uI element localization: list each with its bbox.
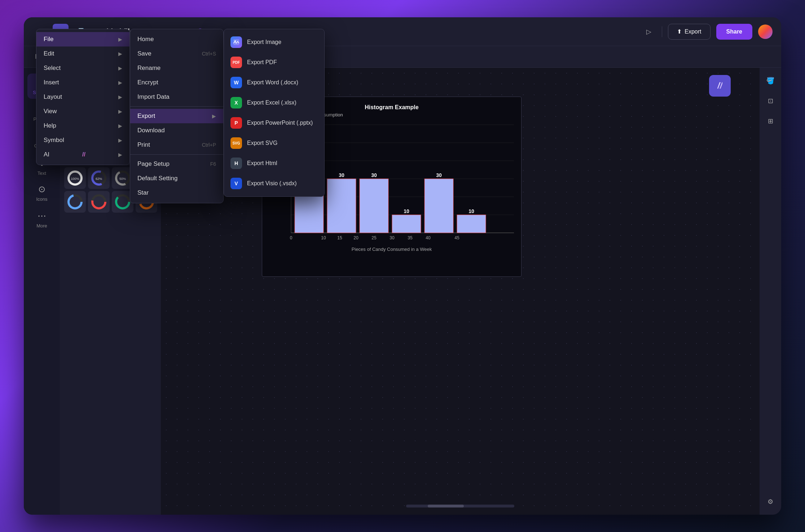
export-pdf-label: Export PDF (247, 59, 277, 66)
export-image-submenu[interactable]: Export Image PDF Export PDF W Export Wor… (224, 29, 325, 197)
user-avatar[interactable] (758, 25, 773, 39)
file-menu[interactable]: File ▶ Edit ▶ Select ▶ Insert ▶ Layout ▶… (36, 29, 130, 165)
scrollbar[interactable] (406, 505, 514, 507)
export-svg-label: Export SVG (247, 140, 277, 146)
logo-badge: // (709, 75, 731, 97)
export-item-svg[interactable]: SVG Export SVG (224, 133, 324, 153)
export-item-image[interactable]: Export Image (224, 32, 324, 52)
menu-item-help[interactable]: Help ▶ (36, 119, 129, 133)
export-image-icon (230, 36, 242, 48)
toolbar-divider (662, 26, 662, 37)
menu-item-star[interactable]: Star (130, 186, 223, 200)
export-ppt-icon: P (230, 117, 242, 129)
menu-item-rename[interactable]: Rename (130, 61, 223, 75)
svg-text:30: 30 (390, 235, 395, 240)
sidebar-item-icons[interactable]: ⊙ Icons (27, 180, 56, 205)
menu-item-encrypt[interactable]: Encrypt (130, 75, 223, 90)
menu-item-save[interactable]: Save Ctrl+S (130, 46, 223, 61)
x-axis-label: Pieces of Candy Consumed in a Week (269, 247, 514, 252)
svg-text:30: 30 (371, 172, 377, 178)
sidebar-item-more[interactable]: ⋯ More (27, 207, 56, 232)
menu-item-view[interactable]: View ▶ (36, 104, 129, 119)
arrow-icon: ▶ (118, 65, 122, 71)
menu-item-layout[interactable]: Layout ▶ (36, 90, 129, 104)
export-item-word[interactable]: W Export Word (.docx) (224, 72, 324, 93)
export-excel-icon: X (230, 97, 242, 108)
arrow-icon: ▶ (118, 123, 122, 129)
arrow-icon: ▶ (118, 94, 122, 100)
share-button[interactable]: Share (716, 24, 752, 40)
arrow-icon: ▶ (118, 108, 122, 114)
symbol-thumb-21[interactable] (64, 191, 86, 213)
export-visio-label: Export Visio (.vsdx) (247, 180, 297, 187)
svg-text:30: 30 (436, 172, 442, 178)
export-visio-icon: V (230, 178, 242, 189)
menu-item-select[interactable]: Select ▶ (36, 61, 129, 75)
menu-item-ai[interactable]: AI // ▶ (36, 147, 129, 162)
export-item-excel[interactable]: X Export Excel (.xlsx) (224, 93, 324, 113)
svg-text:15: 15 (337, 235, 342, 240)
menu-item-page-setup[interactable]: Page Setup F6 (130, 157, 223, 171)
menu-item-default-setting[interactable]: Default Setting (130, 171, 223, 186)
menu-item-file[interactable]: File ▶ (36, 32, 129, 46)
svg-text:30: 30 (339, 172, 344, 178)
export-excel-label: Export Excel (.xlsx) (247, 99, 296, 106)
export-svg-icon: SVG (230, 137, 242, 149)
symbol-thumb-17[interactable]: 100% (64, 167, 86, 189)
settings-button[interactable]: ⚙ (763, 495, 778, 509)
menu-item-edit[interactable]: Edit ▶ (36, 46, 129, 61)
export-image-label: Export Image (247, 39, 281, 45)
export-pdf-icon: PDF (230, 57, 242, 68)
play-button[interactable]: ▷ (642, 25, 656, 39)
export-word-icon: W (230, 77, 242, 88)
arrow-icon: ▶ (118, 80, 122, 85)
export-item-ppt[interactable]: P Export PowerPoint (.pptx) (224, 113, 324, 133)
arrow-icon: ▶ (212, 113, 216, 119)
menu-item-print[interactable]: Print Ctrl+P (130, 138, 223, 152)
menu-item-symbol[interactable]: Symbol ▶ (36, 133, 129, 147)
export-item-pdf[interactable]: PDF Export PDF (224, 52, 324, 72)
svg-text:0: 0 (290, 235, 292, 240)
export-item-visio[interactable]: V Export Visio (.vsdx) (224, 173, 324, 194)
crop-button[interactable]: ⊡ (763, 94, 778, 108)
svg-text:62%: 62% (96, 177, 102, 181)
menu-separator-1 (130, 106, 223, 107)
svg-text:25: 25 (371, 235, 377, 240)
menu-item-home[interactable]: Home (130, 32, 223, 46)
export-word-label: Export Word (.docx) (247, 79, 298, 86)
export-ppt-label: Export PowerPoint (.pptx) (247, 120, 313, 126)
symbol-thumb-22[interactable] (88, 191, 110, 213)
svg-text:10: 10 (469, 208, 474, 214)
svg-text:50%: 50% (119, 177, 126, 181)
arrow-icon: ▶ (118, 137, 122, 143)
scrollbar-thumb[interactable] (428, 505, 464, 507)
menu-item-import-data[interactable]: Import Data (130, 90, 223, 104)
arrow-icon: ▶ (118, 51, 122, 57)
export-html-label: Export Html (247, 160, 277, 167)
export-submenu[interactable]: Home Save Ctrl+S Rename Encrypt Import D… (130, 29, 224, 203)
svg-rect-81 (392, 215, 421, 233)
svg-rect-82 (425, 179, 453, 233)
menu-separator-2 (130, 154, 223, 155)
app-window: ‹ ☰ 📄 Untitled file463 ☆ Auto saving ▷ ⬆… (24, 17, 781, 515)
export-button[interactable]: ⬆ Export (668, 24, 710, 40)
more-icon: ⋯ (38, 211, 46, 221)
svg-rect-79 (327, 179, 356, 233)
svg-text:10: 10 (321, 235, 326, 240)
grid-button[interactable]: ⊞ (763, 114, 778, 128)
svg-text:45: 45 (454, 235, 459, 240)
icons-icon: ⊙ (38, 184, 45, 194)
paint-bucket-button[interactable]: 🪣 (763, 74, 778, 88)
arrow-icon: ▶ (118, 36, 122, 42)
svg-text:20: 20 (353, 235, 358, 240)
svg-rect-80 (360, 179, 388, 233)
arrow-icon: ▶ (118, 152, 122, 158)
menu-item-download[interactable]: Download (130, 123, 223, 138)
menu-item-insert[interactable]: Insert ▶ (36, 75, 129, 90)
symbol-thumb-18[interactable]: 62% (88, 167, 110, 189)
svg-rect-83 (457, 215, 486, 233)
menu-item-export[interactable]: Export ▶ (130, 109, 223, 123)
right-sidebar: 🪣 ⊡ ⊞ ⚙ (760, 68, 781, 515)
export-item-html[interactable]: H Export Html (224, 153, 324, 173)
svg-text:100%: 100% (71, 177, 79, 181)
